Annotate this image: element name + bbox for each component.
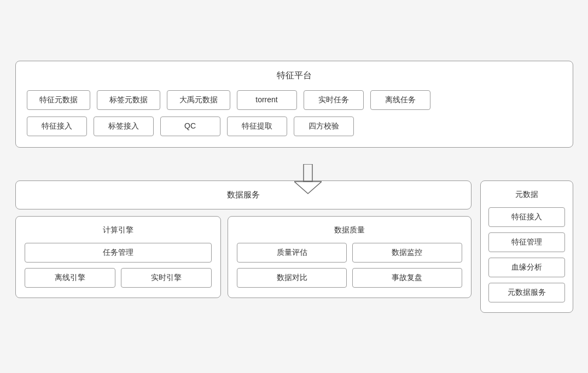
chip-realtime-engine: 实时引擎	[121, 268, 212, 288]
compute-engine-title: 计算引擎	[25, 225, 212, 235]
platform-rows: 特征元数据 标签元数据 大禹元数据 torrent 实时任务 离线任务 特征接入…	[27, 90, 562, 136]
chip-torrent: torrent	[237, 90, 297, 110]
sub-boxes-row: 计算引擎 任务管理 离线引擎 实时引擎 数据质量	[15, 216, 471, 298]
chip-meta-service: 元数据服务	[488, 283, 565, 302]
data-service-box: 数据服务	[15, 180, 471, 209]
chip-dayu-meta: 大禹元数据	[167, 90, 230, 110]
chip-data-monitor: 数据监控	[352, 243, 462, 263]
data-quality-box: 数据质量 质量评估 数据监控 数据对比 事故复盘	[228, 216, 471, 298]
chip-label-access: 标签接入	[94, 116, 154, 136]
platform-row-1: 特征元数据 标签元数据 大禹元数据 torrent 实时任务 离线任务	[27, 90, 562, 110]
data-service-title: 数据服务	[227, 190, 260, 199]
compute-task-row: 任务管理	[25, 243, 212, 263]
chip-realtime-task: 实时任务	[304, 90, 364, 110]
chip-feature-access: 特征接入	[27, 116, 87, 136]
chip-offline-task: 离线任务	[370, 90, 430, 110]
chip-feature-extract: 特征提取	[227, 116, 287, 136]
bottom-section: 数据服务 计算引擎 任务管理 离线引擎 实时引擎	[15, 180, 573, 313]
platform-row-2: 特征接入 标签接入 QC 特征提取 四方校验	[27, 116, 562, 136]
platform-title: 特征平台	[27, 70, 562, 81]
compute-engine-chips: 任务管理 离线引擎 实时引擎	[25, 243, 212, 288]
chip-meta-lineage: 血缘分析	[488, 258, 565, 277]
svg-marker-1	[294, 182, 322, 194]
chip-feature-meta: 特征元数据	[27, 90, 90, 110]
chip-label-meta: 标签元数据	[97, 90, 160, 110]
data-quality-title: 数据质量	[237, 225, 462, 235]
chip-meta-feature-mgmt: 特征管理	[488, 232, 565, 252]
compute-engines-row: 离线引擎 实时引擎	[25, 268, 212, 288]
chip-quality-eval: 质量评估	[237, 243, 347, 263]
chip-task-mgmt: 任务管理	[25, 243, 212, 263]
chip-incident-review: 事故复盘	[352, 268, 462, 288]
meta-chips: 特征接入 特征管理 血缘分析 元数据服务	[488, 207, 565, 302]
meta-box: 元数据 特征接入 特征管理 血缘分析 元数据服务	[480, 180, 573, 313]
platform-box: 特征平台 特征元数据 标签元数据 大禹元数据 torrent 实时任务 离线任务…	[15, 61, 573, 148]
chip-offline-engine: 离线引擎	[25, 268, 115, 288]
chip-qc: QC	[160, 116, 220, 136]
chip-meta-feature-access: 特征接入	[488, 207, 565, 227]
left-middle-section: 数据服务 计算引擎 任务管理 离线引擎 实时引擎	[15, 180, 471, 298]
compute-engine-box: 计算引擎 任务管理 离线引擎 实时引擎	[15, 216, 222, 298]
data-quality-grid: 质量评估 数据监控 数据对比 事故复盘	[237, 243, 462, 288]
meta-title: 元数据	[488, 190, 565, 200]
chip-four-verify: 四方校验	[294, 116, 354, 136]
svg-rect-0	[304, 164, 312, 182]
diagram: 特征平台 特征元数据 标签元数据 大禹元数据 torrent 实时任务 离线任务…	[15, 61, 573, 313]
chip-data-compare: 数据对比	[237, 268, 347, 288]
